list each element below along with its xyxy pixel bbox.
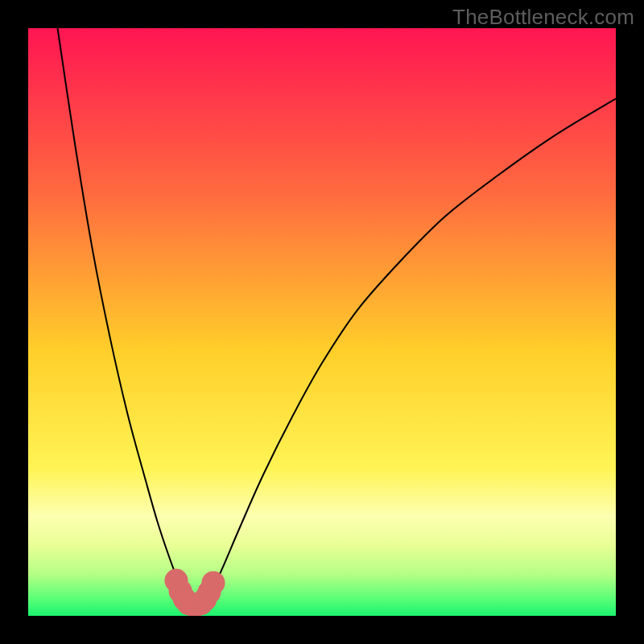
plot-area xyxy=(28,28,616,616)
chart-frame: TheBottleneck.com xyxy=(0,0,644,644)
watermark-text: TheBottleneck.com xyxy=(452,5,634,30)
valley-marker xyxy=(201,572,225,595)
chart-svg xyxy=(28,28,616,616)
gradient-background xyxy=(28,28,616,616)
